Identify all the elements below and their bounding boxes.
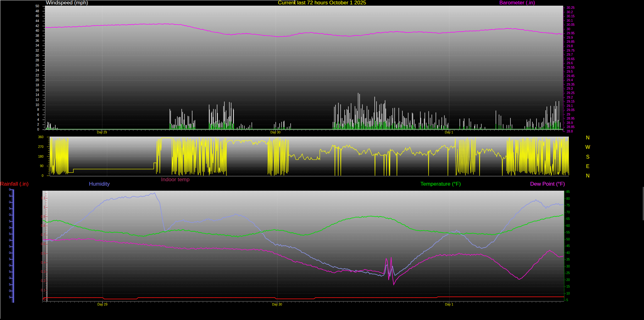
indoor-temp-axis-title: Indoor temp xyxy=(161,177,190,182)
windspeed-tick-label: 0 xyxy=(26,128,39,131)
rainfall-tick-label: 0.8 xyxy=(33,224,45,227)
temp-humidity-dew-rain-canvas xyxy=(43,191,564,301)
barometer-tick-label: 29.1 xyxy=(567,104,580,108)
barometer-tick-label: 29.45 xyxy=(567,75,580,78)
barometer-tick-label: 29.65 xyxy=(567,58,580,61)
rainfall-tick-label: 0.5 xyxy=(33,252,45,255)
barometer-tick-label: 28.85 xyxy=(567,126,580,129)
barometer-tick-label: 29.4 xyxy=(567,79,580,82)
rainfall-tick-label: 0 xyxy=(33,298,45,301)
windspeed-tick-label: 48 xyxy=(26,10,39,13)
rainfall-tick-label: 0.1 xyxy=(33,289,45,292)
day-tick-label: Day 1 xyxy=(438,303,460,306)
barometer-tick-label: 30 xyxy=(567,28,580,31)
wind-direction-tick-label: 270 xyxy=(31,145,43,149)
temperature-tick-label: 5 xyxy=(566,299,579,302)
barometer-tick-label: 30.2 xyxy=(567,11,580,14)
barometer-tick-label: 29.35 xyxy=(567,83,580,86)
temperature-tick-label: 15 xyxy=(566,285,579,288)
windspeed-tick-label: 36 xyxy=(26,39,39,42)
windspeed-tick-label: 22 xyxy=(26,74,39,77)
windspeed-tick-label: 26 xyxy=(26,64,39,67)
temperature-tick-label: 50 xyxy=(566,238,579,241)
humidity-tick-label: 0 xyxy=(7,226,11,229)
chart-title: Current last 72 hours October 1 2025 xyxy=(228,0,416,6)
rainfall-tick-label: 1 xyxy=(33,206,45,209)
windspeed-tick-label: 16 xyxy=(26,89,39,92)
temperature-axis-title: Temperature (°F) xyxy=(420,181,461,187)
temperature-tick-label: 70 xyxy=(566,211,579,214)
compass-label: N xyxy=(584,173,592,179)
barometer-tick-label: 29.95 xyxy=(567,32,580,35)
windspeed-tick-label: 28 xyxy=(26,59,39,62)
windspeed-tick-label: 30 xyxy=(26,54,39,57)
wind-direction-canvas xyxy=(50,137,569,176)
windspeed-tick-label: 50 xyxy=(26,5,39,8)
wind-direction-tick-label: 0 xyxy=(31,174,43,177)
windspeed-tick-label: 2 xyxy=(26,123,39,126)
windspeed-tick-label: 6 xyxy=(26,113,39,116)
barometer-tick-label: 28.9 xyxy=(567,121,580,125)
day-tick-label: Day 29 xyxy=(92,303,114,306)
humidity-tick-label: 5 xyxy=(7,220,11,223)
windspeed-tick-label: 14 xyxy=(26,93,39,97)
temperature-tick-label: 25 xyxy=(566,272,579,275)
barometer-tick-label: 29.15 xyxy=(567,100,580,103)
day-tick-label: Day 30 xyxy=(264,131,286,134)
windspeed-tick-label: 20 xyxy=(26,79,39,82)
day-tick-label: Day 29 xyxy=(91,131,113,134)
humidity-tick-label: 0 xyxy=(7,201,11,204)
barometer-tick-label: 29.5 xyxy=(567,70,580,73)
windspeed-tick-label: 46 xyxy=(26,14,39,18)
dew-point-axis-title: Dew Point (°F) xyxy=(530,181,565,187)
humidity-tick-label: 5 xyxy=(7,296,11,299)
rainfall-tick-label: 0.2 xyxy=(33,279,45,283)
temperature-tick-label: 85 xyxy=(566,190,579,194)
humidity-tick-label: 0 xyxy=(7,213,11,216)
barometer-tick-label: 29.3 xyxy=(567,87,580,90)
humidity-tick-label: 0 xyxy=(7,239,11,242)
rainfall-tick-label: 0.4 xyxy=(33,261,45,264)
windspeed-tick-label: 24 xyxy=(26,69,39,72)
humidity-ruler xyxy=(13,189,14,303)
windspeed-barometer-canvas xyxy=(45,6,563,130)
temperature-tick-label: 75 xyxy=(566,204,579,207)
windspeed-tick-label: 38 xyxy=(26,34,39,37)
barometer-tick-label: 28.95 xyxy=(567,117,580,120)
windspeed-tick-label: 44 xyxy=(26,20,39,23)
temperature-tick-label: 10 xyxy=(566,292,579,295)
humidity-tick-label: 5 xyxy=(7,207,11,210)
rainfall-tick-label: 0.9 xyxy=(33,215,45,218)
humidity-tick-label: 5 xyxy=(7,270,11,273)
frame-line-right xyxy=(643,187,643,220)
barometer-tick-label: 29 xyxy=(567,113,580,116)
rainfall-tick-label: 0.7 xyxy=(33,233,45,237)
barometer-tick-label: 29.9 xyxy=(567,36,580,39)
compass-label: N xyxy=(584,135,592,141)
humidity-tick-label: 5 xyxy=(7,233,11,236)
compass-label: S xyxy=(584,154,592,160)
temperature-tick-label: 40 xyxy=(566,251,579,255)
barometer-tick-label: 29.2 xyxy=(567,96,580,99)
humidity-tick-label: 0 xyxy=(7,251,11,255)
rainfall-axis-title: Rainfall (.in) xyxy=(0,181,29,187)
humidity-tick-label: 0 xyxy=(7,289,11,293)
barometer-tick-label: 29.6 xyxy=(567,62,580,65)
wind-direction-tick-label: 180 xyxy=(31,155,43,158)
humidity-tick-label: 5 xyxy=(7,245,11,248)
windspeed-tick-label: 42 xyxy=(26,25,39,28)
windspeed-barometer-plot xyxy=(45,6,563,130)
temperature-tick-label: 20 xyxy=(566,278,579,282)
windspeed-tick-label: 34 xyxy=(26,44,39,47)
temperature-tick-label: 35 xyxy=(566,258,579,261)
barometer-tick-label: 29.85 xyxy=(567,40,580,43)
humidity-axis-title: Humidity xyxy=(89,181,110,187)
humidity-tick-label: 0 xyxy=(7,264,11,267)
temperature-tick-label: 60 xyxy=(566,224,579,227)
barometer-tick-label: 30.15 xyxy=(567,15,580,18)
weather-station-dashboard: Windspeed (mph) Current last 72 hours Oc… xyxy=(0,0,644,320)
wind-direction-plot xyxy=(50,137,569,176)
day-tick-label: Day 30 xyxy=(266,303,288,306)
compass-label: W xyxy=(584,144,592,150)
day-tick-label: Day 1 xyxy=(438,131,460,134)
